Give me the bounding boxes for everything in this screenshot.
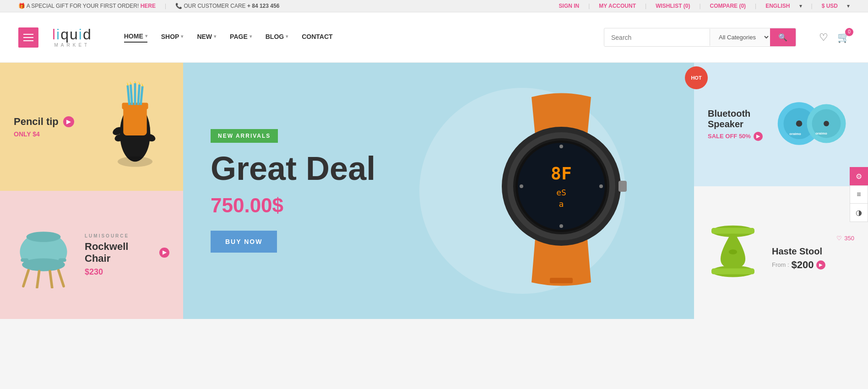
chevron-down-icon: ▾ xyxy=(145,33,147,38)
hero-buy-button[interactable]: BUY NOW xyxy=(211,231,277,253)
panel-speaker: Bluetooth Speaker SALE OFF 50% ▶ xyxy=(694,63,868,186)
hot-badge: HOT xyxy=(685,66,708,89)
divider6: | xyxy=(811,3,813,9)
logo-text: liquid xyxy=(52,27,92,42)
category-select[interactable]: All Categories xyxy=(710,29,770,46)
svg-marker-9 xyxy=(130,81,132,85)
panel-pencil: Pencil tip ▶ ONLY $4 xyxy=(0,63,183,191)
svg-rect-39 xyxy=(550,278,573,283)
cart-icon[interactable]: 🛒 0 xyxy=(837,32,850,43)
language-select[interactable]: ENGLISH xyxy=(765,3,790,9)
svg-text:oraimo: oraimo xyxy=(815,131,827,135)
svg-point-36 xyxy=(559,224,563,228)
header-icons: ♡ 🛒 0 xyxy=(819,32,850,43)
nav-page[interactable]: PAGE ▾ xyxy=(230,33,252,42)
settings-button[interactable]: ⚙ xyxy=(850,167,868,185)
svg-point-13 xyxy=(118,157,152,167)
left-panels: Pencil tip ▶ ONLY $4 xyxy=(0,63,183,319)
hamburger-line3 xyxy=(23,40,33,41)
svg-point-45 xyxy=(824,121,829,126)
divider5: | xyxy=(755,3,756,9)
svg-text:a: a xyxy=(559,199,564,209)
speaker-image: oraimo oraimo xyxy=(772,96,854,153)
svg-text:8F: 8F xyxy=(551,163,572,184)
speaker-title: Bluetooth Speaker xyxy=(708,108,763,130)
pencil-text: Pencil tip ▶ ONLY $4 xyxy=(14,116,74,138)
svg-point-19 xyxy=(27,232,61,242)
chevron-down-icon: ▾ xyxy=(214,34,216,39)
svg-line-23 xyxy=(59,270,64,286)
nav-home[interactable]: HOME ▾ xyxy=(124,32,147,43)
nav-shop[interactable]: SHOP ▾ xyxy=(161,33,184,42)
search-button[interactable]: 🔍 xyxy=(770,28,796,46)
svg-rect-51 xyxy=(711,269,754,275)
promo-link[interactable]: HERE xyxy=(141,3,156,9)
currency-select[interactable]: $ USD xyxy=(822,3,838,9)
svg-rect-24 xyxy=(21,258,28,262)
svg-marker-8 xyxy=(127,82,129,86)
panel-stool: ♡ 350 Haste Stool From : $200 ▶ xyxy=(694,186,868,319)
hamburger-line2 xyxy=(23,37,33,38)
nav-new[interactable]: NEW ▾ xyxy=(197,33,216,42)
svg-rect-25 xyxy=(59,258,66,262)
logo[interactable]: liquid MARKET xyxy=(52,27,92,48)
svg-line-3 xyxy=(128,86,130,105)
right-panels: Bluetooth Speaker SALE OFF 50% ▶ xyxy=(694,63,868,319)
svg-marker-12 xyxy=(141,83,143,86)
svg-rect-1 xyxy=(123,105,146,135)
hamburger-line1 xyxy=(23,34,33,35)
top-bar-left: 🎁 A SPECIAL GIFT FOR YOUR FIRST ORDER! H… xyxy=(18,3,279,9)
stool-price: $200 xyxy=(792,259,814,271)
logo-subtext: MARKET xyxy=(54,43,90,48)
stool-svg xyxy=(708,220,758,284)
hero-content: NEW ARRIVALS Great Deal 750.00$ BUY NOW xyxy=(211,129,375,253)
divider3: | xyxy=(645,3,646,9)
chevron-down-icon: ▾ xyxy=(181,34,183,39)
divider4: | xyxy=(699,3,700,9)
contrast-button[interactable]: ◑ xyxy=(850,204,868,222)
wishlist-icon[interactable]: ♡ xyxy=(819,32,828,43)
svg-line-20 xyxy=(23,270,28,286)
search-area: All Categories 🔍 xyxy=(604,28,796,47)
svg-marker-10 xyxy=(134,81,136,83)
stool-image xyxy=(708,220,763,286)
cart-badge: 0 xyxy=(845,28,853,36)
hero-watch-image: 8F eS a xyxy=(456,72,676,310)
nav-blog[interactable]: BLOG ▾ xyxy=(266,33,288,42)
stool-title: Haste Stool xyxy=(772,246,854,257)
stool-arrow-icon[interactable]: ▶ xyxy=(816,260,825,270)
pencil-image xyxy=(105,81,169,173)
signin-link[interactable]: SIGN IN xyxy=(559,3,580,9)
heart-icon: ♡ xyxy=(836,235,842,242)
hero-price: 750.00$ xyxy=(211,194,375,217)
divider: | xyxy=(165,3,166,9)
my-account-link[interactable]: MY ACCOUNT xyxy=(599,3,636,9)
svg-text:eS: eS xyxy=(556,188,566,197)
svg-rect-30 xyxy=(618,181,627,192)
pencil-title: Pencil tip ▶ xyxy=(14,116,74,128)
svg-marker-11 xyxy=(139,81,141,85)
pencil-cup-svg xyxy=(105,81,165,173)
nav-contact[interactable]: CONTACT xyxy=(302,33,332,42)
watch-svg: 8F eS a xyxy=(456,72,667,301)
hero-banner: NEW ARRIVALS Great Deal 750.00$ BUY NOW xyxy=(183,63,694,319)
main-nav: HOME ▾ SHOP ▾ NEW ▾ PAGE ▾ BLOG ▾ CONTAC… xyxy=(124,32,590,43)
main-content: Pencil tip ▶ ONLY $4 xyxy=(0,63,868,319)
chair-svg xyxy=(14,220,73,288)
wishlist-link[interactable]: WISHLIST (0) xyxy=(656,3,690,9)
compare-link[interactable]: COMPARE (0) xyxy=(710,3,746,9)
svg-rect-49 xyxy=(711,228,754,234)
chair-arrow-icon[interactable]: ▶ xyxy=(159,248,169,258)
svg-text:oraimo: oraimo xyxy=(789,132,801,136)
search-input[interactable] xyxy=(604,29,710,46)
menu-toggle-button[interactable] xyxy=(18,27,38,48)
speaker-arrow-icon[interactable]: ▶ xyxy=(754,132,763,141)
pencil-price: ONLY $4 xyxy=(14,130,74,138)
pencil-arrow-icon[interactable]: ▶ xyxy=(63,116,74,127)
svg-line-22 xyxy=(50,271,52,288)
chair-brand: LUMISOURCE xyxy=(85,233,169,238)
stool-from: From : $200 ▶ xyxy=(772,259,854,271)
chevron-down-icon: ▾ xyxy=(286,34,288,39)
speaker-sale: SALE OFF 50% ▶ xyxy=(708,132,763,141)
layout-button[interactable]: ≡ xyxy=(850,185,868,204)
